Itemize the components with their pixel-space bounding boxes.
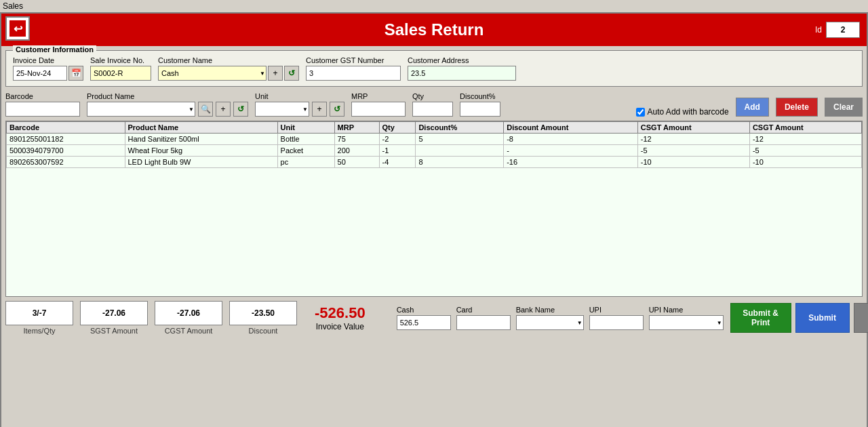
id-label: Id <box>815 25 822 35</box>
add-button[interactable]: Add <box>736 98 769 117</box>
invoice-date-input[interactable] <box>13 66 67 81</box>
unit-add-button[interactable]: + <box>312 102 327 117</box>
data-table-container: Barcode Product Name Unit MRP Qty Discou… <box>5 121 863 297</box>
auto-add-checkbox[interactable] <box>636 108 645 117</box>
qty-label: Qty <box>412 92 453 100</box>
col-mrp: MRP <box>334 122 379 134</box>
cell-1: Hand Sanitizer 500ml <box>125 134 277 145</box>
header: ↩ Sales Return Id 2 <box>1 14 867 46</box>
invoice-value: -526.50 <box>315 304 366 322</box>
upi-label: UPI <box>589 306 644 314</box>
mrp-field: MRP <box>351 92 406 117</box>
sale-invoice-input[interactable] <box>90 66 151 81</box>
items-qty-summary: 3/-7 Items/Qty <box>5 301 73 335</box>
unit-select-wrapper: ▼ + ↺ <box>255 102 344 117</box>
cash-input[interactable] <box>397 315 451 330</box>
mrp-input[interactable] <box>351 102 406 117</box>
col-csgt2: CSGT Amount <box>749 122 861 134</box>
table-row[interactable]: 8902653007592LED Light Bulb 9Wpc50-48-16… <box>7 157 862 168</box>
invoice-value-section: -526.50 Invoice Value <box>315 304 366 331</box>
customer-name-field: Customer Name Cash ▼ + ↺ <box>158 56 299 81</box>
cell-0: 8901255001182 <box>7 134 125 145</box>
cell-2: Packet <box>277 145 334 157</box>
clear-top-button[interactable]: Clear <box>825 98 863 117</box>
table-row[interactable]: 5000394079700Wheat Flour 5kgPacket200-1-… <box>7 145 862 157</box>
cell-2: Bottle <box>277 134 334 145</box>
barcode-input[interactable] <box>5 102 80 117</box>
upi-name-select[interactable] <box>649 315 724 330</box>
customer-gst-input[interactable] <box>306 66 401 81</box>
col-qty: Qty <box>379 122 416 134</box>
col-barcode: Barcode <box>7 122 125 134</box>
cell-0: 8902653007592 <box>7 157 125 168</box>
refresh-icon: ↺ <box>288 68 295 78</box>
cell-0: 5000394079700 <box>7 145 125 157</box>
customer-name-select-wrapper: Cash ▼ <box>158 66 267 81</box>
bottom-area: 3/-7 Items/Qty -27.06 SGST Amount -27.06… <box>5 297 863 339</box>
table-row[interactable]: 8901255001182Hand Sanitizer 500mlBottle7… <box>7 134 862 145</box>
discount-input[interactable] <box>460 102 500 117</box>
discount-summary: -23.50 Discount <box>229 301 297 335</box>
sgst-summary: -27.06 SGST Amount <box>80 301 148 335</box>
discount-value: -23.50 <box>252 308 275 318</box>
customer-add-button[interactable]: + <box>268 66 283 81</box>
id-value-box: 2 <box>826 22 860 38</box>
product-search-button[interactable]: 🔍 <box>198 102 213 117</box>
customer-row: Invoice Date 📅 Sale Invoice No. Custome <box>13 56 855 81</box>
customer-refresh-button[interactable]: ↺ <box>284 66 299 81</box>
customer-name-wrapper: Cash ▼ + ↺ <box>158 66 299 81</box>
product-refresh-button[interactable]: ↺ <box>233 102 248 117</box>
cell-2: pc <box>277 157 334 168</box>
submit-button[interactable]: Submit <box>795 303 850 333</box>
col-csgt1: CSGT Amount <box>637 122 749 134</box>
col-discount-pct: Discount% <box>416 122 504 134</box>
clear-bottom-button[interactable]: Clear <box>854 303 868 333</box>
cgst-summary: -27.06 CGST Amount <box>155 301 222 335</box>
cell-1: LED Light Bulb 9W <box>125 157 277 168</box>
sale-invoice-field: Sale Invoice No. <box>90 56 151 81</box>
plus-icon: + <box>273 68 277 78</box>
product-name-label: Product Name <box>87 92 248 100</box>
cell-6: - <box>504 145 638 157</box>
bank-select-wrapper: ▼ <box>516 315 584 330</box>
unit-dropdown-wrapper: ▼ <box>255 102 309 117</box>
card-input[interactable] <box>456 315 511 330</box>
invoice-date-label: Invoice Date <box>13 56 83 64</box>
cell-8: -10 <box>749 157 861 168</box>
customer-gst-label: Customer GST Number <box>306 56 401 64</box>
sgst-label: SGST Amount <box>80 327 148 335</box>
delete-button[interactable]: Delete <box>776 98 818 117</box>
bank-name-select[interactable] <box>516 315 584 330</box>
cell-5: 5 <box>416 134 504 145</box>
items-qty-value: 3/-7 <box>33 308 47 318</box>
mrp-label: MRP <box>351 92 406 100</box>
unit-refresh-button[interactable]: ↺ <box>330 102 344 117</box>
logo-button[interactable]: ↩ <box>5 16 30 41</box>
col-discount-amt: Discount Amount <box>504 122 638 134</box>
customer-info-label: Customer Information <box>13 45 96 54</box>
customer-address-input[interactable] <box>408 66 516 81</box>
cell-1: Wheat Flour 5kg <box>125 145 277 157</box>
upi-input[interactable] <box>589 315 644 330</box>
unit-select[interactable] <box>255 102 309 117</box>
customer-info-group: Customer Information Invoice Date 📅 Sale… <box>5 50 863 87</box>
cell-6: -8 <box>504 134 638 145</box>
submit-print-button[interactable]: Submit &Print <box>730 303 791 333</box>
bottom-section: 3/-7 Items/Qty -27.06 SGST Amount -27.06… <box>5 297 863 339</box>
product-add-button[interactable]: + <box>216 102 231 117</box>
customer-name-select[interactable]: Cash <box>158 66 267 81</box>
cell-7: -12 <box>637 134 749 145</box>
unit-label: Unit <box>255 92 344 100</box>
calendar-icon: 📅 <box>71 68 81 78</box>
cell-8: -5 <box>749 145 861 157</box>
product-name-select[interactable] <box>87 102 195 117</box>
cgst-label: CGST Amount <box>155 327 222 335</box>
auto-add-label: Auto Add with barcode <box>648 107 729 117</box>
cell-3: 75 <box>334 134 379 145</box>
cell-7: -10 <box>637 157 749 168</box>
card-field: Card <box>456 306 511 330</box>
qty-input[interactable] <box>412 102 453 117</box>
data-table: Barcode Product Name Unit MRP Qty Discou… <box>6 121 862 168</box>
calendar-button[interactable]: 📅 <box>68 66 83 81</box>
barcode-label: Barcode <box>5 92 80 100</box>
